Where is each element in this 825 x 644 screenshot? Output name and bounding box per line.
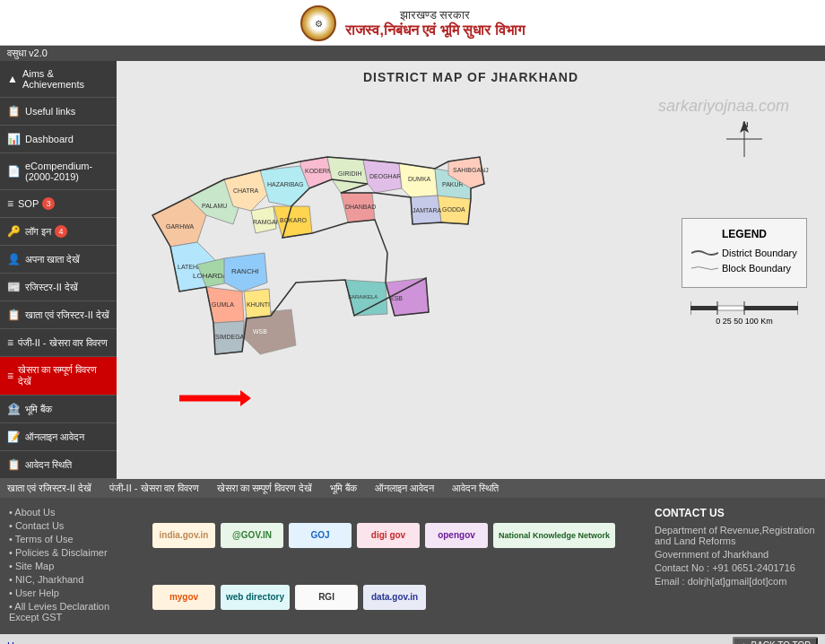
- sidebar-item-sop[interactable]: ≡ SOP 3: [0, 190, 117, 218]
- sidebar-item-aims[interactable]: ▲ Aims & Achievements: [0, 61, 117, 98]
- logo-goj-text: GOJ: [310, 530, 329, 540]
- footer-nav-account-register[interactable]: खाता एवं रजिस्टर-II देखें: [7, 483, 91, 494]
- svg-text:N: N: [742, 120, 749, 129]
- footer-link-terms[interactable]: Terms of Use: [9, 534, 135, 544]
- logo-webdir[interactable]: web directory: [221, 585, 290, 610]
- sidebar-label-sop: SOP: [18, 198, 39, 209]
- svg-rect-54: [690, 306, 717, 310]
- svg-text:SIMDEGA: SIMDEGA: [215, 334, 245, 340]
- footer-nav: खाता एवं रजिस्टर-II देखें पंजी-II - खेसर…: [0, 479, 825, 498]
- logo-goj[interactable]: GOJ: [289, 523, 352, 548]
- sidebar-label-app-status: आवेदन स्थिति: [25, 459, 72, 471]
- sidebar-label-register2: रजिस्टर-II देखें: [25, 282, 78, 293]
- svg-rect-55: [717, 306, 744, 310]
- sidebar-label-khesra: खेसरा का सम्पूर्ण विवरण देखें: [18, 364, 109, 387]
- sidebar-item-ecompendium[interactable]: 📄 eCompendium-(2000-2019): [0, 153, 117, 190]
- sidebar-item-account[interactable]: 👤 अपना खाता देखें: [0, 246, 117, 274]
- svg-text:SARAIKELA: SARAIKELA: [348, 294, 378, 300]
- logo-datagov-text: data.gov.in: [371, 592, 418, 602]
- sidebar-item-account-register[interactable]: 📋 खाता एवं रजिस्टर-II देखें: [0, 301, 117, 329]
- footer-contact: CONTACT US Department of Revenue,Registr…: [646, 498, 825, 634]
- footer-contact-dept: Department of Revenue,Registration and L…: [655, 525, 816, 546]
- logo-nkn[interactable]: National Knowledge Network: [493, 523, 615, 548]
- footer-link-contact[interactable]: Contact Us: [9, 520, 135, 531]
- useful-links-icon: 📋: [7, 105, 21, 117]
- sidebar-label-online-app: ऑनलाइन आवेदन: [25, 431, 84, 443]
- header-title1: राजस्व,निबंधन एवं भूमि सुधार विभाग: [345, 22, 524, 39]
- legend-area: N LEGEND District Boundary: [673, 90, 816, 433]
- sidebar-label-account: अपना खाता देखें: [25, 254, 80, 265]
- scale-svg: [690, 301, 798, 315]
- svg-text:JAMTARA: JAMTARA: [412, 207, 441, 213]
- svg-text:CHATRA: CHATRA: [233, 187, 259, 194]
- footer-contact-email: Email : dolrjh[at]gmail[dot]com: [655, 576, 816, 587]
- legend-block: Block Boundary: [691, 263, 797, 274]
- logo-mygov[interactable]: mygov: [152, 585, 215, 610]
- footer-nav-land-bank[interactable]: भूमि बैंक: [330, 483, 357, 494]
- footer-link-policies[interactable]: Policies & Disclaimer: [9, 547, 135, 558]
- sidebar-label-useful-links: Useful links: [25, 106, 75, 117]
- sop-badge: 3: [42, 197, 55, 210]
- scale-line: [682, 301, 807, 315]
- legend-block-label: Block Boundary: [722, 263, 791, 274]
- sidebar-item-panji[interactable]: ≡ पंजी-II - खेसरा वार विवरण: [0, 329, 117, 357]
- khesra-icon: ≡: [7, 370, 13, 382]
- sidebar-item-khesra[interactable]: ≡ खेसरा का सम्पूर्ण विवरण देखें: [0, 357, 117, 396]
- footer-contact-title: CONTACT US: [655, 507, 816, 519]
- home-link[interactable]: Home: [7, 640, 33, 645]
- footer: About Us Contact Us Terms of Use Policie…: [0, 498, 825, 634]
- logo-mygov-text: mygov: [169, 592, 198, 602]
- sidebar-item-useful-links[interactable]: 📋 Useful links: [0, 98, 117, 126]
- logo-digi[interactable]: digi gov: [357, 523, 420, 548]
- panji-icon: ≡: [7, 336, 13, 349]
- footer-link-userhelp[interactable]: User Help: [9, 587, 135, 598]
- logo-egov[interactable]: @GOV.IN: [221, 523, 283, 548]
- svg-text:GIRIDIH: GIRIDIH: [338, 170, 361, 177]
- register2-icon: 📰: [7, 281, 21, 293]
- legend-title: LEGEND: [691, 228, 797, 240]
- sidebar-item-app-status[interactable]: 📋 आवेदन स्थिति: [0, 451, 117, 479]
- footer-link-about[interactable]: About Us: [9, 507, 135, 518]
- sidebar-item-dashboard[interactable]: 📊 Dashboard: [0, 126, 117, 153]
- app-status-icon: 📋: [7, 458, 21, 471]
- legend-district-label: District Boundary: [722, 248, 797, 258]
- logo-india-gov[interactable]: india.gov.in: [152, 523, 215, 548]
- online-app-icon: 📝: [7, 431, 21, 443]
- map-container: GARHWA PALAMU CHATRA HAZARIBAG KODERMA: [126, 90, 816, 433]
- bottom-bar: Home ▲ BACK TO TOP: [0, 634, 825, 644]
- sidebar-item-online-app[interactable]: 📝 ऑनलाइन आवेदन: [0, 423, 117, 451]
- sidebar-label-dashboard: Dashboard: [25, 134, 74, 144]
- svg-text:WSB: WSB: [253, 328, 267, 335]
- sidebar-label-panji: पंजी-II - खेसरा वार विवरण: [18, 337, 108, 349]
- footer-nav-app-status[interactable]: आवेदन स्थिति: [452, 483, 499, 494]
- logo-opengov[interactable]: opengov: [425, 523, 488, 548]
- top-bar: वसुधा v2.0: [0, 46, 825, 61]
- sidebar-label-ecompendium: eCompendium-(2000-2019): [25, 161, 109, 182]
- logo-india-gov-text: india.gov.in: [160, 530, 209, 540]
- footer-nav-khesra[interactable]: खेसरा का सम्पूर्ण विवरण देखें: [217, 483, 312, 494]
- logo-nkn-text: National Knowledge Network: [499, 531, 610, 540]
- footer-link-sitemap[interactable]: Site Map: [9, 561, 135, 571]
- footer-link-nic[interactable]: NIC, Jharkhand: [9, 574, 135, 585]
- account-icon: 👤: [7, 253, 21, 265]
- govt-logo: ⚙: [300, 5, 336, 41]
- svg-text:GODDA: GODDA: [442, 206, 465, 213]
- sidebar-item-land-bank[interactable]: 🏦 भूमि बैंक: [0, 396, 117, 423]
- content-area: sarkariyojnaa.com DISTRICT MAP OF JHARKH…: [117, 61, 825, 479]
- land-bank-icon: 🏦: [7, 403, 21, 415]
- logo-opengov-text: opengov: [438, 530, 475, 540]
- footer-nav-online-app[interactable]: ऑनलाइन आवेदन: [375, 483, 434, 494]
- sidebar-item-login[interactable]: 🔑 लॉग इन 4: [0, 218, 117, 246]
- logo-rgi[interactable]: RGI: [295, 585, 358, 610]
- sidebar: ▲ Aims & Achievements 📋 Useful links 📊 D…: [0, 61, 117, 479]
- compass: N: [682, 117, 807, 164]
- footer-link-levies[interactable]: All Levies Declaration Except GST: [9, 601, 135, 622]
- svg-text:SAHIBGANJ: SAHIBGANJ: [453, 167, 489, 173]
- logo-datagov[interactable]: data.gov.in: [363, 585, 426, 610]
- back-to-top-button[interactable]: ▲ BACK TO TOP: [733, 637, 818, 644]
- svg-text:DUMKA: DUMKA: [408, 176, 431, 182]
- footer-nav-panji[interactable]: पंजी-II - खेसरा वार विवरण: [109, 483, 199, 494]
- svg-text:GUMLA: GUMLA: [212, 301, 234, 308]
- account-register-icon: 📋: [7, 309, 21, 321]
- sidebar-item-register2[interactable]: 📰 रजिस्टर-II देखें: [0, 274, 117, 301]
